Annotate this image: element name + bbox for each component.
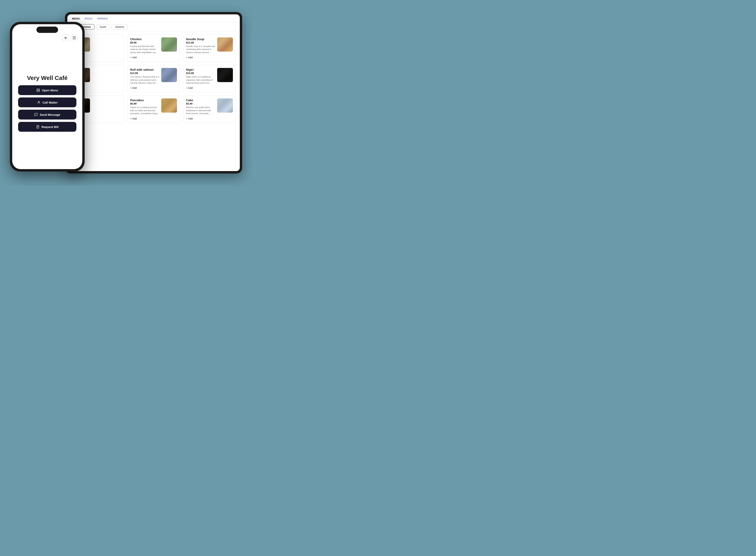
tab-sushi[interactable]: Sushi (96, 24, 110, 30)
svg-point-3 (38, 101, 39, 102)
noodle-name: Noodle Soup (186, 37, 215, 41)
menu-grid: + Add Chicken $9.99 A quick and flavorfu… (67, 31, 240, 171)
request-bill-button[interactable]: Request Bill (18, 122, 76, 132)
phone-device: Very Well Café Open Menu Ca (10, 22, 85, 172)
pancakes-desc: mbark on a culinary journey with our flu… (130, 106, 159, 115)
send-message-icon (34, 113, 38, 116)
salmon-roll-name: Roll with salmon (130, 68, 159, 71)
phone-status-bar (12, 33, 82, 41)
menu-line-2 (73, 38, 76, 38)
salmon-roll-image (161, 68, 177, 82)
phone-content: Very Well Café Open Menu Ca (12, 41, 82, 169)
wifi-icon (62, 34, 69, 41)
menu-line-3 (73, 39, 76, 39)
tab-deserts[interactable]: Deserts (111, 24, 128, 30)
nigiri-name: Nigiri (186, 68, 215, 71)
menu-line-1 (73, 36, 76, 37)
tablet-device: MENU PIZZA DRINKS Main Dishes Sushi Dese… (65, 12, 242, 173)
pancakes-info: Pancakes $6.99 mbark on a culinary journ… (130, 98, 159, 115)
cake-desc: Whether you prefer them traditional or a… (186, 106, 215, 115)
hamburger-icon (71, 34, 78, 41)
send-message-button[interactable]: Send Message (18, 110, 76, 119)
tablet-screen: MENU PIZZA DRINKS Main Dishes Sushi Dese… (67, 14, 240, 171)
call-waiter-icon (37, 101, 41, 104)
chicken-info: Chicken $9.99 A quick and flavorful dish… (130, 37, 159, 54)
menu-card-chicken: Chicken $9.99 A quick and flavorful dish… (127, 34, 180, 62)
salmon-roll-info: Roll with salmon $14.99 The Salmon Tempu… (130, 68, 159, 84)
phone-screen: Very Well Café Open Menu Ca (12, 24, 82, 169)
dynamic-island (36, 27, 58, 33)
chicken-desc: A quick and flavorful dish made by stir-… (130, 45, 159, 54)
menu-card-noodle: Noodle Soup $12.99 Noodle soup is a vers… (183, 34, 236, 62)
menu-card-pancakes: Pancakes $6.99 mbark on a culinary journ… (127, 96, 180, 123)
add-button-chicken[interactable]: + Add (130, 56, 177, 59)
cafe-title: Very Well Café (27, 75, 68, 81)
cake-price: $4.49 (186, 102, 215, 105)
salmon-roll-desc: The Salmon Tempura Roll is a delicious a… (130, 75, 159, 84)
cake-info: Cake $4.49 Whether you prefer them tradi… (186, 98, 215, 115)
category-tabs: Main Dishes Sushi Deserts (67, 22, 240, 31)
nav-pizza[interactable]: PIZZA (85, 17, 93, 20)
scene: MENU PIZZA DRINKS Main Dishes Sushi Dese… (10, 6, 242, 179)
request-bill-icon (36, 125, 40, 129)
nigiri-info: Nigiri $10.99 Nigiri sushi is a traditio… (186, 68, 215, 84)
request-bill-label: Request Bill (41, 125, 59, 129)
chicken-name: Chicken (130, 37, 159, 41)
noodle-info: Noodle Soup $12.99 Noodle soup is a vers… (186, 37, 215, 54)
nav-drinks[interactable]: DRINKS (97, 17, 108, 20)
add-button-pancakes[interactable]: + Add (130, 117, 177, 120)
open-menu-label: Open Menu (42, 89, 58, 92)
nav-menu[interactable]: MENU (72, 17, 80, 20)
menu-card-salmon-roll: Roll with salmon $14.99 The Salmon Tempu… (127, 65, 180, 92)
menu-card-nigiri: Nigiri $10.99 Nigiri sushi is a traditio… (183, 65, 236, 92)
noodle-price: $12.99 (186, 41, 215, 44)
add-button-cake[interactable]: + Add (186, 117, 233, 120)
tablet-nav: MENU PIZZA DRINKS (67, 14, 240, 22)
noodle-desc: Noodle soup is a versatile and comfortin… (186, 45, 215, 54)
add-button-noodle[interactable]: + Add (186, 56, 233, 59)
phone-action-buttons: Open Menu Call Waiter Send (18, 85, 76, 132)
nigiri-image (217, 68, 233, 82)
noodle-image (217, 37, 233, 51)
svg-rect-0 (37, 89, 40, 92)
add-button-salmon-roll[interactable]: + Add (130, 86, 177, 90)
add-button-nigiri[interactable]: + Add (186, 86, 233, 90)
pancakes-image (161, 98, 177, 113)
call-waiter-button[interactable]: Call Waiter (18, 98, 76, 107)
send-message-label: Send Message (40, 113, 60, 116)
pancakes-name: Pancakes (130, 98, 159, 102)
chicken-price: $9.99 (130, 41, 159, 44)
pancakes-price: $6.99 (130, 102, 159, 105)
cake-name: Cake (186, 98, 215, 102)
call-waiter-label: Call Waiter (42, 101, 58, 104)
salmon-roll-price: $14.99 (130, 72, 159, 75)
open-menu-icon (36, 89, 40, 92)
chicken-image (161, 37, 177, 51)
open-menu-button[interactable]: Open Menu (18, 85, 76, 95)
cake-image (217, 98, 233, 113)
nigiri-price: $10.99 (186, 72, 215, 75)
nigiri-desc: Nigiri sushi is a traditional Japanese d… (186, 75, 215, 84)
menu-card-cake: Cake $4.49 Whether you prefer them tradi… (183, 96, 236, 123)
